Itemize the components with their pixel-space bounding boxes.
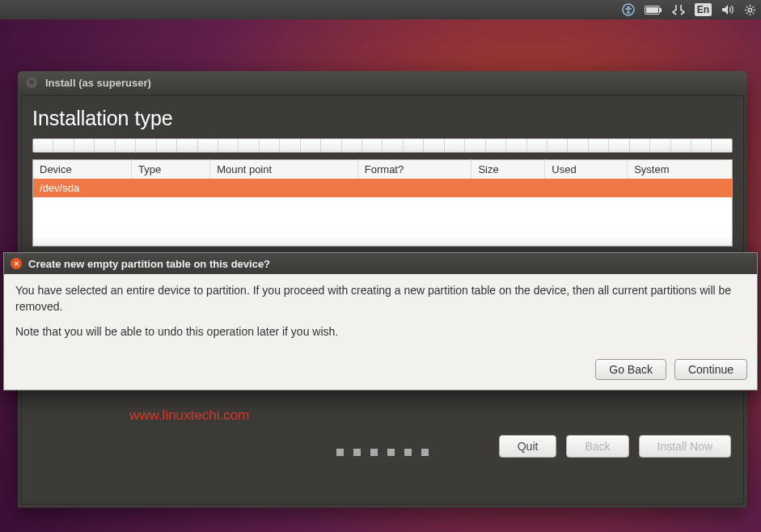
network-icon[interactable] (672, 4, 685, 15)
col-device[interactable]: Device (33, 160, 132, 179)
battery-icon[interactable] (645, 6, 662, 15)
close-icon[interactable]: ✕ (26, 77, 37, 88)
device-cell: /dev/sda (33, 179, 733, 197)
watermark-text: www.linuxtechi.com (129, 407, 249, 424)
svg-rect-4 (646, 7, 658, 13)
window-title: Install (as superuser) (45, 77, 151, 89)
svg-point-5 (748, 8, 751, 11)
accessibility-icon[interactable] (622, 3, 635, 16)
quit-button[interactable]: Quit (499, 435, 557, 458)
volume-icon[interactable] (721, 4, 734, 15)
pager-dots (336, 449, 429, 456)
svg-rect-3 (660, 8, 662, 12)
confirm-partition-dialog: ✕ Create new empty partition table on th… (3, 252, 758, 391)
page-title: Installation type (18, 94, 747, 138)
disk-usage-bar (32, 138, 733, 153)
dialog-title: Create new empty partition table on this… (28, 258, 270, 270)
svg-point-1 (627, 6, 629, 8)
col-type[interactable]: Type (132, 160, 210, 179)
col-size[interactable]: Size (471, 160, 545, 179)
partition-table[interactable]: Device Type Mount point Format? Size Use… (32, 159, 733, 247)
close-icon[interactable]: ✕ (11, 258, 22, 269)
table-row[interactable]: /dev/sda (33, 179, 733, 197)
installer-titlebar[interactable]: ✕ Install (as superuser) (18, 71, 747, 94)
col-format[interactable]: Format? (357, 160, 471, 179)
col-used[interactable]: Used (545, 160, 628, 179)
settings-gear-icon[interactable] (744, 4, 756, 16)
continue-button[interactable]: Continue (674, 359, 747, 380)
install-now-button[interactable]: Install Now (639, 435, 731, 458)
col-system[interactable]: System (628, 160, 733, 179)
dialog-titlebar[interactable]: ✕ Create new empty partition table on th… (4, 253, 757, 274)
top-menubar: En (0, 0, 761, 19)
back-button[interactable]: Back (566, 435, 628, 458)
keyboard-layout-icon[interactable]: En (695, 3, 712, 16)
dialog-text-2: Note that you will be able to undo this … (15, 323, 746, 340)
go-back-button[interactable]: Go Back (595, 359, 666, 380)
table-empty-space (33, 197, 733, 246)
col-mount[interactable]: Mount point (210, 160, 358, 179)
dialog-text-1: You have selected an entire device to pa… (15, 282, 746, 315)
footer-buttons: Quit Back Install Now (499, 435, 731, 458)
